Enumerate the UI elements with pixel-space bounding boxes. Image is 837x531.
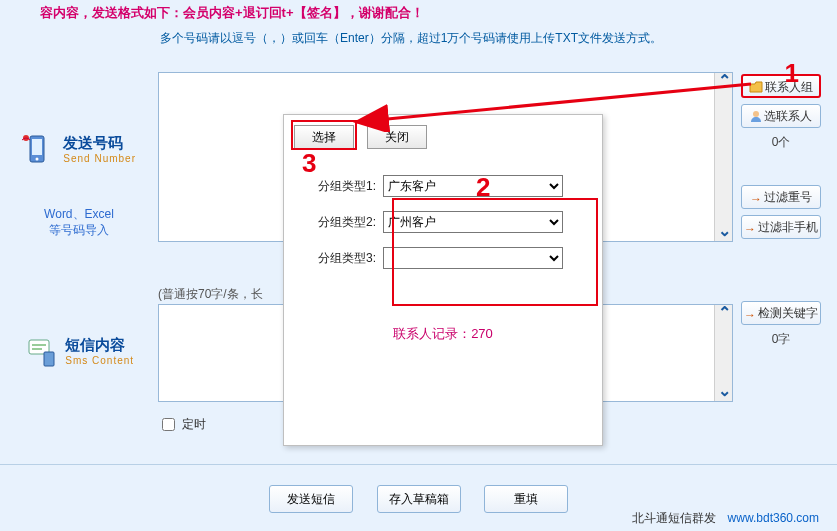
svg-point-8: [753, 111, 759, 117]
scroll-up-icon[interactable]: ⌃: [716, 306, 732, 322]
sms-icon: [24, 334, 58, 368]
word-excel-import-link[interactable]: Word、Excel 等号码导入: [14, 206, 144, 238]
group-type-1-select[interactable]: 广东客户: [383, 175, 563, 197]
send-number-label: 发送号码 Send Number Word、Excel 等号码导入: [14, 132, 144, 238]
scroll-up-icon[interactable]: ⌃: [716, 74, 732, 90]
char-count: 0字: [741, 331, 821, 348]
select-contact-button[interactable]: 选联系人: [741, 104, 821, 128]
separator: [0, 464, 837, 465]
folder-icon: [749, 78, 763, 100]
filter-nonmobile-button[interactable]: →过滤非手机: [741, 215, 821, 239]
svg-rect-1: [32, 139, 42, 155]
group-type-1-label: 分组类型1:: [318, 179, 376, 193]
annotation-number-2: 2: [476, 172, 490, 203]
svg-rect-5: [32, 344, 46, 346]
reset-button[interactable]: 重填: [484, 485, 568, 513]
annotation-box: [392, 198, 598, 306]
phone-icon: [22, 132, 56, 166]
arrow-right-icon: →: [750, 188, 762, 210]
contact-record-count: 联系人记录：270: [284, 325, 602, 343]
svg-rect-7: [44, 352, 54, 366]
annotation-number-1: 1: [785, 58, 799, 89]
send-sms-button[interactable]: 发送短信: [269, 485, 353, 513]
save-draft-button[interactable]: 存入草稿箱: [377, 485, 461, 513]
unsubscribe-notice: 容内容，发送格式如下：会员内容+退订回t+【签名】，谢谢配合！: [0, 0, 837, 26]
group-type-3-label: 分组类型3:: [318, 251, 376, 265]
char-rule-text: (普通按70字/条，长: [158, 286, 263, 303]
arrow-right-icon: →: [744, 304, 756, 326]
arrow-right-icon: →: [744, 218, 756, 240]
check-keyword-button[interactable]: →检测关键字: [741, 301, 821, 325]
filter-duplicate-button[interactable]: →过滤重号: [741, 185, 821, 209]
contact-group-button[interactable]: 联系人组: [741, 74, 821, 98]
group-type-2-label: 分组类型2:: [318, 215, 376, 229]
timed-checkbox[interactable]: 定时: [162, 416, 206, 433]
timed-checkbox-input[interactable]: [162, 418, 175, 431]
svg-point-2: [35, 158, 38, 161]
annotation-box: [291, 120, 357, 150]
scroll-down-icon[interactable]: ⌄: [716, 224, 732, 240]
scrollbar[interactable]: ⌃ ⌄: [714, 305, 732, 401]
scroll-down-icon[interactable]: ⌄: [716, 384, 732, 400]
annotation-number-3: 3: [302, 148, 316, 179]
svg-rect-6: [32, 348, 42, 350]
dialog-close-button[interactable]: 关闭: [367, 125, 427, 149]
footer: 北斗通短信群发 www.bdt360.com: [632, 510, 819, 527]
user-icon: [750, 107, 762, 129]
footer-brand: 北斗通短信群发: [632, 511, 716, 525]
sms-content-label: 短信内容 Sms Content: [14, 334, 144, 368]
scrollbar[interactable]: ⌃ ⌄: [714, 73, 732, 241]
footer-url[interactable]: www.bdt360.com: [728, 511, 819, 525]
number-count: 0个: [741, 134, 821, 151]
